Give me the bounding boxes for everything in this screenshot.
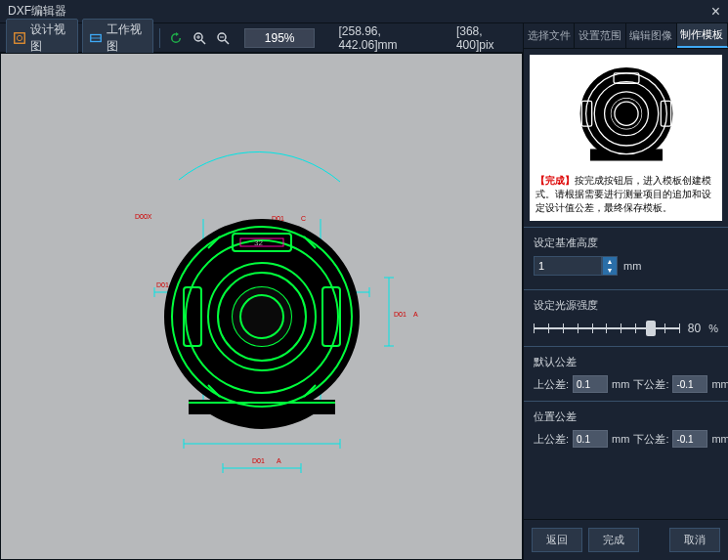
done-marker: 【完成】: [535, 175, 575, 186]
svg-text:A: A: [277, 457, 281, 464]
svg-text:32: 32: [254, 238, 263, 247]
cancel-button[interactable]: 取消: [669, 528, 720, 552]
section-title: 设定基准高度: [534, 236, 718, 250]
svg-text:C: C: [301, 215, 306, 222]
svg-line-9: [225, 40, 229, 44]
divider: [159, 28, 160, 48]
unit-label: mm: [711, 433, 728, 445]
svg-point-1: [17, 35, 21, 40]
section-title: 默认公差: [534, 355, 718, 369]
tab-edit-image[interactable]: 编辑图像: [626, 23, 677, 48]
svg-line-5: [201, 40, 205, 44]
tab-design-view[interactable]: 设计视图: [6, 19, 78, 58]
tab-make-template[interactable]: 制作模板: [677, 23, 728, 48]
unit-label: %: [708, 323, 718, 334]
refresh-icon[interactable]: [166, 27, 186, 49]
toolbar: 设计视图 工作视图 195% [258.96, 442.06]mm [368, …: [0, 23, 523, 53]
section-title: 位置公差: [534, 409, 718, 424]
upper-tol-label: 上公差:: [534, 432, 569, 447]
design-view-icon: [13, 31, 26, 45]
left-panel: 设计视图 工作视图 195% [258.96, 442.06]mm [368, …: [0, 23, 523, 560]
svg-point-56: [611, 99, 641, 129]
preview-drawing: [563, 61, 690, 170]
svg-text:A: A: [413, 311, 418, 318]
section-light: 设定光源强度 80 %: [524, 289, 728, 346]
lower-tol-label: 下公差:: [633, 432, 668, 447]
tab-select-file[interactable]: 选择文件: [524, 23, 575, 48]
default-upper-input[interactable]: [573, 375, 608, 393]
slider-thumb[interactable]: [646, 321, 656, 336]
upper-tol-label: 上公差:: [534, 377, 569, 392]
preview-box: 【完成】按完成按钮后，进入模板创建模式。请根据需要进行测量项目的追加和设定设计值…: [530, 55, 722, 221]
right-body: 【完成】按完成按钮后，进入模板创建模式。请根据需要进行测量项目的追加和设定设计值…: [524, 49, 728, 519]
work-view-icon: [89, 31, 103, 45]
zoom-out-icon[interactable]: [213, 27, 233, 49]
light-slider[interactable]: [534, 319, 680, 338]
tab-label: 工作视图: [107, 22, 148, 55]
spinner-down-icon[interactable]: ▼: [603, 266, 617, 275]
pos-lower-input[interactable]: [672, 430, 707, 448]
section-position-tolerance: 位置公差 上公差: mm 下公差: mm: [524, 401, 728, 455]
zoom-level[interactable]: 195%: [244, 28, 316, 48]
unit-label: mm: [612, 433, 629, 445]
coord-mm: [258.96, 442.06]mm: [338, 24, 432, 52]
right-tabs: 选择文件 设置范围 编辑图像 制作模板: [524, 23, 728, 49]
canvas[interactable]: D00X D01 C D01 A D01 A D01 A: [0, 53, 523, 560]
svg-text:D00X: D00X: [135, 213, 152, 220]
svg-text:D01: D01: [156, 281, 169, 288]
main: 设计视图 工作视图 195% [258.96, 442.06]mm [368, …: [0, 23, 728, 560]
unit-label: mm: [711, 378, 728, 390]
instruction-text: 【完成】按完成按钮后，进入模板创建模式。请根据需要进行测量项目的追加和设定设计值…: [535, 174, 716, 215]
base-height-spinner: ▲ ▼: [534, 256, 618, 276]
section-title: 设定光源强度: [534, 298, 718, 313]
tab-set-range[interactable]: 设置范围: [575, 23, 625, 48]
coord-px: [368, 400]pix: [456, 24, 517, 52]
lower-tol-label: 下公差:: [633, 377, 668, 392]
right-panel: 选择文件 设置范围 编辑图像 制作模板: [523, 23, 728, 560]
pos-upper-input[interactable]: [573, 430, 608, 448]
cad-drawing: D00X D01 C D01 A D01 A D01 A: [96, 141, 428, 473]
zoom-in-icon[interactable]: [190, 27, 209, 49]
back-button[interactable]: 返回: [532, 528, 582, 552]
svg-rect-0: [15, 32, 25, 43]
svg-text:D01: D01: [252, 457, 265, 464]
window-title: DXF编辑器: [8, 3, 66, 20]
tab-work-view[interactable]: 工作视图: [82, 19, 154, 58]
default-lower-input[interactable]: [672, 375, 707, 393]
unit-label: mm: [623, 260, 641, 272]
tab-label: 设计视图: [30, 22, 71, 55]
base-height-input[interactable]: [534, 256, 602, 276]
svg-rect-48: [589, 149, 662, 160]
done-button[interactable]: 完成: [588, 528, 639, 552]
light-value: 80: [688, 322, 701, 335]
spinner-up-icon[interactable]: ▲: [603, 257, 617, 266]
svg-text:D01: D01: [394, 311, 407, 318]
section-base-height: 设定基准高度 ▲ ▼ mm: [524, 227, 728, 289]
footer: 返回 完成 取消: [524, 519, 728, 560]
unit-label: mm: [612, 378, 629, 390]
section-default-tolerance: 默认公差 上公差: mm 下公差: mm: [524, 346, 728, 401]
close-icon[interactable]: ×: [711, 3, 720, 21]
